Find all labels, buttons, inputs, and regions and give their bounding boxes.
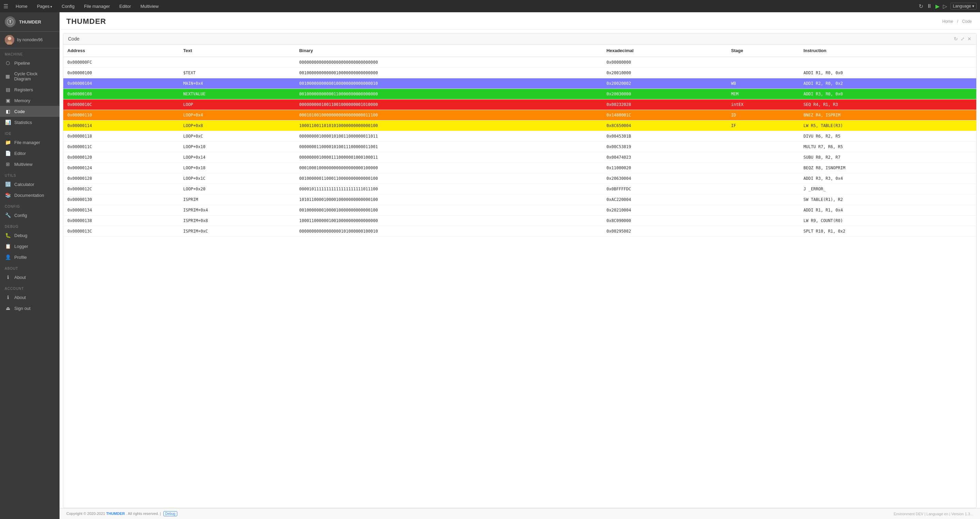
breadcrumb-current: Code bbox=[962, 19, 972, 24]
table-cell: 0x000000FC bbox=[63, 57, 179, 68]
table-cell: LOOP+0x4 bbox=[179, 110, 295, 121]
table-cell: 0x0000010C bbox=[63, 99, 179, 110]
nav-config[interactable]: Config bbox=[60, 4, 76, 9]
hamburger-icon[interactable]: ☰ bbox=[3, 3, 8, 10]
table-row[interactable]: 0x00000108NEXTVALUE001000000000001100000… bbox=[63, 89, 976, 99]
refresh-icon[interactable]: ↻ bbox=[919, 3, 923, 10]
table-row[interactable]: 0x00000130ISPRIM101011000010000100000000… bbox=[63, 195, 976, 205]
sidebar-section-ide: IDE bbox=[0, 128, 60, 137]
sidebar-item-documentation[interactable]: 📚 Documentation bbox=[0, 190, 60, 201]
documentation-icon: 📚 bbox=[5, 192, 11, 198]
nav-pages[interactable]: Pages bbox=[35, 4, 54, 9]
nav-filemanager[interactable]: File manager bbox=[82, 4, 112, 9]
table-row[interactable]: 0x00000120LOOP+0x14000000001000011100000… bbox=[63, 152, 976, 163]
table-row[interactable]: 0x00000138ISPRIM+0x810001100000010010000… bbox=[63, 216, 976, 226]
table-cell: ISPRIM+0x4 bbox=[179, 205, 295, 216]
panel-icon-expand[interactable]: ⤢ bbox=[961, 36, 965, 42]
table-cell: 0x20030000 bbox=[602, 89, 727, 99]
col-hexadecimal: Hexadecimal bbox=[602, 45, 727, 57]
table-cell: 0xAC220004 bbox=[602, 195, 727, 205]
table-cell: 00100000000000110000000000000000 bbox=[295, 89, 602, 99]
breadcrumb-home[interactable]: Home bbox=[942, 19, 953, 24]
file-manager-icon: 📁 bbox=[5, 140, 11, 145]
page-title: THUMDER bbox=[66, 17, 106, 26]
sidebar-item-registers[interactable]: ▤ Registers bbox=[0, 84, 60, 95]
calculator-icon: 🔢 bbox=[5, 182, 11, 187]
code-table-wrapper[interactable]: Address Text Binary Hexadecimal Stage In… bbox=[63, 45, 976, 508]
table-cell: 00010100100000000000000000011100 bbox=[295, 110, 602, 121]
table-row[interactable]: 0x0000010CLOOP00000000010011001000000001… bbox=[63, 99, 976, 110]
table-cell: 00000001100001010011100000011001 bbox=[295, 142, 602, 152]
play-icon[interactable]: ▶ bbox=[935, 3, 940, 10]
sidebar-item-about[interactable]: ℹ About bbox=[0, 272, 60, 283]
sidebar-item-pipeline[interactable]: ⬡ Pipeline bbox=[0, 57, 60, 69]
sidebar-item-cycle-clock[interactable]: ▦ Cycle Clock Diagram bbox=[0, 69, 60, 84]
sidebar-item-config[interactable]: 🔧 Config bbox=[0, 210, 60, 221]
table-row[interactable]: 0x00000100$TEXT0010000000000001000000000… bbox=[63, 68, 976, 78]
main-layout: T THUMDER by nonodev96 Machine ⬡ Pipelin… bbox=[0, 12, 980, 519]
table-cell: 00000000100001010011000000011011 bbox=[295, 131, 602, 142]
code-panel-header: Code ↻ ⤢ ✕ bbox=[63, 34, 976, 45]
editor-icon: 📄 bbox=[5, 150, 11, 156]
table-row[interactable]: 0x00000114LOOP+0x81000110011010101000000… bbox=[63, 121, 976, 131]
sidebar-item-about2[interactable]: ℹ About bbox=[0, 292, 60, 303]
sidebar-section-utils: Utils bbox=[0, 169, 60, 179]
nav-home[interactable]: Home bbox=[14, 4, 30, 9]
footer-left: Copyright © 2020-2021 THUMDER . All righ… bbox=[66, 511, 177, 516]
table-row[interactable]: 0x00000104MAIN+0x40010000000000010000000… bbox=[63, 78, 976, 89]
sidebar-item-logger[interactable]: 📋 Logger bbox=[0, 241, 60, 252]
table-row[interactable]: 0x0000011CLOOP+0x10000000011000010100111… bbox=[63, 142, 976, 152]
panel-icon-refresh[interactable]: ↻ bbox=[954, 36, 958, 42]
step-icon[interactable]: ▷ bbox=[943, 3, 947, 10]
sidebar: T THUMDER by nonodev96 Machine ⬡ Pipelin… bbox=[0, 12, 60, 519]
pause-icon[interactable]: ⏸ bbox=[927, 3, 932, 9]
sidebar-item-signout[interactable]: ⏏ Sign out bbox=[0, 303, 60, 314]
table-cell: 0x00000130 bbox=[63, 195, 179, 205]
table-cell: SUBU R8, R2, R7 bbox=[799, 152, 976, 163]
sidebar-item-multiview[interactable]: ⊞ Multiview bbox=[0, 159, 60, 169]
table-cell: 0x00000000 bbox=[602, 57, 727, 68]
nav-multiview[interactable]: Multiview bbox=[138, 4, 161, 9]
panel-icon-close[interactable]: ✕ bbox=[967, 36, 972, 42]
table-row[interactable]: 0x00000110LOOP+0x40001010010000000000000… bbox=[63, 110, 976, 121]
sidebar-item-debug[interactable]: 🐛 Debug bbox=[0, 230, 60, 241]
registers-icon: ▤ bbox=[5, 87, 11, 92]
table-cell: 0x0000012C bbox=[63, 184, 179, 195]
table-cell bbox=[179, 57, 295, 68]
table-cell: LOOP+0xC bbox=[179, 131, 295, 142]
memory-icon: ▣ bbox=[5, 98, 11, 103]
table-row[interactable]: 0x00000134ISPRIM+0x400100000001000010000… bbox=[63, 205, 976, 216]
language-button[interactable]: Language ▾ bbox=[950, 3, 977, 10]
sidebar-item-calculator[interactable]: 🔢 Calculator bbox=[0, 179, 60, 190]
table-cell: 0x00C53819 bbox=[602, 142, 727, 152]
sidebar-item-file-manager[interactable]: 📁 File manager bbox=[0, 137, 60, 148]
table-cell: LOOP+0x14 bbox=[179, 152, 295, 163]
table-row[interactable]: 0x00000124LOOP+0x18000100010000000000000… bbox=[63, 163, 976, 173]
sidebar-item-code[interactable]: ◧ Code bbox=[0, 106, 60, 117]
table-row[interactable]: 0x0000012CLOOP+0x20000010111111111111111… bbox=[63, 184, 976, 195]
table-row[interactable]: 0x00000118LOOP+0xC0000000010000101001100… bbox=[63, 131, 976, 142]
nav-editor[interactable]: Editor bbox=[118, 4, 133, 9]
table-cell: LW R5, TABLE(R3) bbox=[799, 121, 976, 131]
table-row[interactable]: 0x000000FC000000000000000000000000000000… bbox=[63, 57, 976, 68]
sidebar-item-profile[interactable]: 👤 Profile bbox=[0, 252, 60, 263]
table-cell bbox=[727, 195, 800, 205]
table-row[interactable]: 0x00000128LOOP+0x1C001000000110001100000… bbox=[63, 173, 976, 184]
sidebar-section-debug: DEBUG bbox=[0, 221, 60, 230]
table-cell: MEM bbox=[727, 89, 800, 99]
profile-icon: 👤 bbox=[5, 254, 11, 260]
table-cell bbox=[727, 205, 800, 216]
sidebar-item-memory[interactable]: ▣ Memory bbox=[0, 95, 60, 106]
table-cell: 0x0000011C bbox=[63, 142, 179, 152]
table-cell: LOOP+0x20 bbox=[179, 184, 295, 195]
table-cell: LOOP bbox=[179, 99, 295, 110]
table-cell: 0x0BFFFFDC bbox=[602, 184, 727, 195]
sidebar-item-editor[interactable]: 📄 Editor bbox=[0, 148, 60, 159]
table-cell bbox=[727, 163, 800, 173]
table-cell: 0x8C650004 bbox=[602, 121, 727, 131]
col-address: Address bbox=[63, 45, 179, 57]
footer-badge: Debug bbox=[163, 511, 177, 516]
table-cell: 00000000010011001000000001010000 bbox=[295, 99, 602, 110]
sidebar-item-statistics[interactable]: 📊 Statistics bbox=[0, 117, 60, 128]
table-row[interactable]: 0x0000013CISPRIM+0xC00000000000000000101… bbox=[63, 226, 976, 237]
